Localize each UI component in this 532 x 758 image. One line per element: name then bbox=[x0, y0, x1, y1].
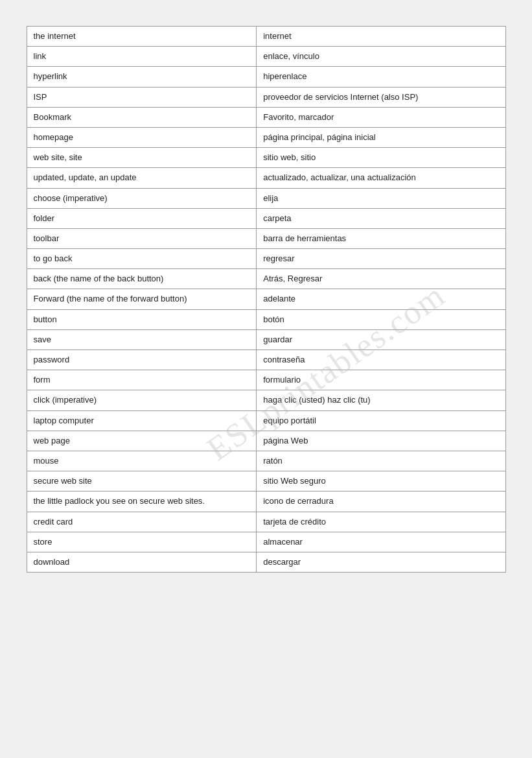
vocabulary-table: the internetinternetlinkenlace, vínculoh… bbox=[27, 26, 506, 573]
english-term: to go back bbox=[27, 249, 257, 269]
english-term: password bbox=[27, 350, 257, 370]
spanish-term: sitio web, sitio bbox=[257, 148, 505, 168]
english-term: save bbox=[27, 329, 257, 349]
table-row: buttonbotón bbox=[27, 309, 505, 329]
english-term: mouse bbox=[27, 451, 257, 471]
table-row: mouseratón bbox=[27, 451, 505, 471]
english-term: folder bbox=[27, 208, 257, 228]
spanish-term: actualizado, actualizar, una actualizaci… bbox=[257, 168, 505, 188]
english-term: Forward (the name of the forward button) bbox=[27, 289, 257, 309]
english-term: hyperlink bbox=[27, 67, 257, 87]
table-row: downloaddescargar bbox=[27, 552, 505, 572]
spanish-term: sitio Web seguro bbox=[257, 471, 505, 492]
english-term: web site, site bbox=[27, 148, 257, 168]
spanish-term: ratón bbox=[257, 451, 505, 471]
english-term: form bbox=[27, 370, 257, 390]
spanish-term: página Web bbox=[257, 431, 505, 451]
table-row: ISPproveedor de servicios Internet (also… bbox=[27, 87, 505, 107]
spanish-term: equipo portátil bbox=[257, 410, 505, 431]
english-term: button bbox=[27, 309, 257, 329]
english-term: store bbox=[27, 532, 257, 552]
english-term: the internet bbox=[27, 27, 257, 47]
table-row: passwordcontraseña bbox=[27, 350, 505, 370]
table-row: credit cardtarjeta de crédito bbox=[27, 512, 505, 532]
spanish-term: Favorito, marcador bbox=[257, 107, 505, 127]
table-row: toolbarbarra de herramientas bbox=[27, 228, 505, 248]
english-term: updated, update, an update bbox=[27, 168, 257, 188]
spanish-term: carpeta bbox=[257, 208, 505, 228]
spanish-term: hiperenlace bbox=[257, 67, 505, 87]
table-row: storealmacenar bbox=[27, 532, 505, 552]
spanish-term: enlace, vínculo bbox=[257, 47, 505, 67]
table-row: homepagepágina principal, página inicial bbox=[27, 127, 505, 147]
table-row: the internetinternet bbox=[27, 27, 505, 47]
english-term: ISP bbox=[27, 87, 257, 107]
english-term: credit card bbox=[27, 512, 257, 532]
spanish-term: contraseña bbox=[257, 350, 505, 370]
table-row: secure web sitesitio Web seguro bbox=[27, 471, 505, 492]
spanish-term: botón bbox=[257, 309, 505, 329]
english-term: download bbox=[27, 552, 257, 572]
spanish-term: página principal, página inicial bbox=[257, 127, 505, 147]
table-row: formformulario bbox=[27, 370, 505, 390]
spanish-term: adelante bbox=[257, 289, 505, 309]
spanish-term: internet bbox=[257, 27, 505, 47]
table-row: back (the name of the back button)Atrás,… bbox=[27, 269, 505, 289]
table-row: hyperlinkhiperenlace bbox=[27, 67, 505, 87]
table-row: web pagepágina Web bbox=[27, 431, 505, 451]
spanish-term: haga clic (usted) haz clic (tu) bbox=[257, 390, 505, 410]
english-term: Bookmark bbox=[27, 107, 257, 127]
english-term: the little padlock you see on secure web… bbox=[27, 492, 257, 512]
spanish-term: barra de herramientas bbox=[257, 228, 505, 248]
table-row: choose (imperative)elija bbox=[27, 188, 505, 208]
table-row: updated, update, an updateactualizado, a… bbox=[27, 168, 505, 188]
english-term: click (imperative) bbox=[27, 390, 257, 410]
table-row: BookmarkFavorito, marcador bbox=[27, 107, 505, 127]
table-row: to go backregresar bbox=[27, 249, 505, 269]
english-term: secure web site bbox=[27, 471, 257, 492]
table-row: linkenlace, vínculo bbox=[27, 47, 505, 67]
page-container: the internetinternetlinkenlace, vínculoh… bbox=[27, 26, 506, 573]
english-term: link bbox=[27, 47, 257, 67]
spanish-term: icono de cerradura bbox=[257, 492, 505, 512]
spanish-term: formulario bbox=[257, 370, 505, 390]
english-term: homepage bbox=[27, 127, 257, 147]
spanish-term: Atrás, Regresar bbox=[257, 269, 505, 289]
english-term: web page bbox=[27, 431, 257, 451]
english-term: toolbar bbox=[27, 228, 257, 248]
spanish-term: elija bbox=[257, 188, 505, 208]
english-term: choose (imperative) bbox=[27, 188, 257, 208]
spanish-term: descargar bbox=[257, 552, 505, 572]
spanish-term: tarjeta de crédito bbox=[257, 512, 505, 532]
table-row: web site, sitesitio web, sitio bbox=[27, 148, 505, 168]
english-term: back (the name of the back button) bbox=[27, 269, 257, 289]
spanish-term: guardar bbox=[257, 329, 505, 349]
table-row: the little padlock you see on secure web… bbox=[27, 492, 505, 512]
spanish-term: almacenar bbox=[257, 532, 505, 552]
spanish-term: regresar bbox=[257, 249, 505, 269]
spanish-term: proveedor de servicios Internet (also IS… bbox=[257, 87, 505, 107]
table-row: saveguardar bbox=[27, 329, 505, 349]
table-row: foldercarpeta bbox=[27, 208, 505, 228]
table-row: laptop computerequipo portátil bbox=[27, 410, 505, 431]
table-row: click (imperative)haga clic (usted) haz … bbox=[27, 390, 505, 410]
english-term: laptop computer bbox=[27, 410, 257, 431]
table-row: Forward (the name of the forward button)… bbox=[27, 289, 505, 309]
